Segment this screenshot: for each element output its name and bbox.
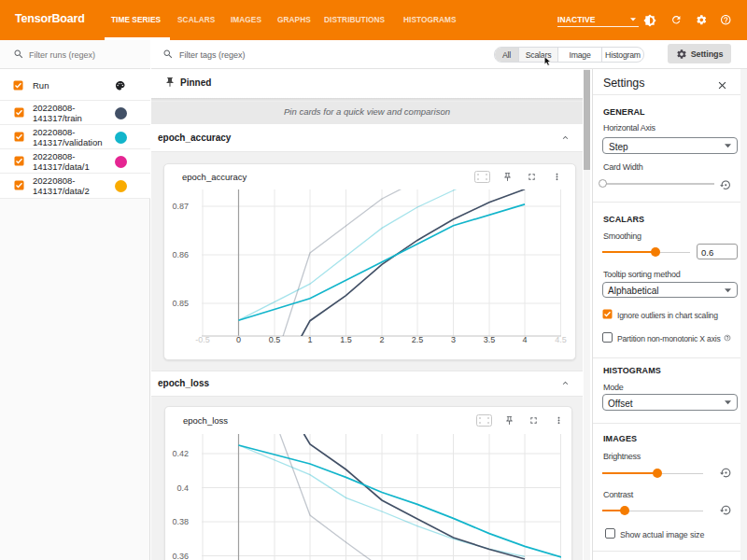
svg-text:1: 1 <box>307 335 312 344</box>
svg-text:4.5: 4.5 <box>555 335 567 344</box>
svg-text:-0.5: -0.5 <box>195 335 210 344</box>
svg-text:2: 2 <box>379 335 384 344</box>
svg-text:0.86: 0.86 <box>172 250 189 259</box>
svg-text:0: 0 <box>236 335 241 344</box>
svg-text:0.38: 0.38 <box>172 517 189 526</box>
svg-text:0.87: 0.87 <box>172 202 189 211</box>
svg-text:0.5: 0.5 <box>269 335 281 344</box>
svg-text:1.5: 1.5 <box>340 335 352 344</box>
svg-text:0.4: 0.4 <box>176 483 189 493</box>
svg-text:4: 4 <box>522 335 527 344</box>
svg-text:0.42: 0.42 <box>172 449 189 458</box>
svg-text:0.85: 0.85 <box>172 299 189 308</box>
svg-text:2.5: 2.5 <box>412 335 424 344</box>
svg-text:3: 3 <box>451 335 456 344</box>
svg-text:3.5: 3.5 <box>484 335 496 344</box>
svg-text:0.36: 0.36 <box>172 552 189 560</box>
